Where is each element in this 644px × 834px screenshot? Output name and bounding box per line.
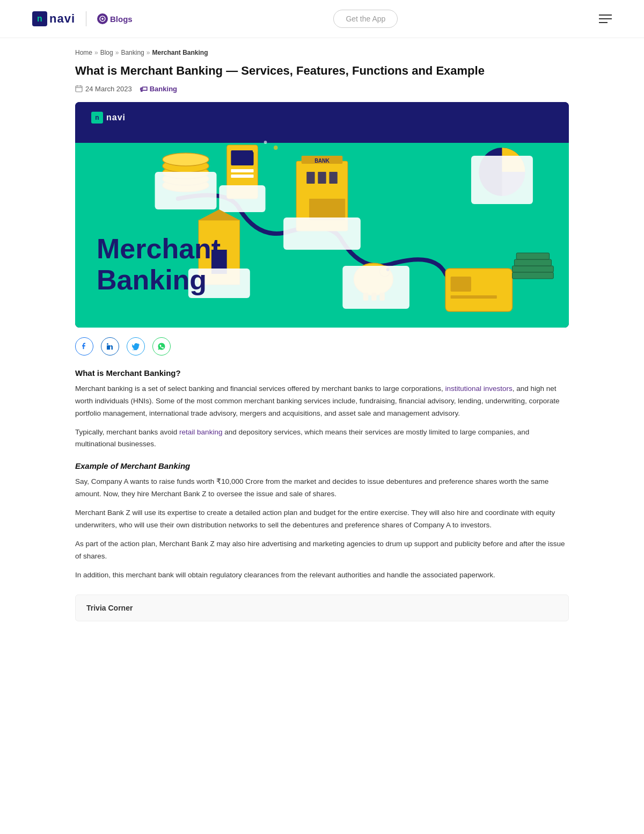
svg-rect-36 [513,266,554,272]
get-app-button[interactable]: Get the App [333,10,398,28]
article-meta: 24 March 2023 🏷 Banking [75,84,569,93]
svg-rect-13 [296,161,348,231]
main-content: Home » Blog » Banking » Merchant Banking… [64,38,580,632]
what-is-section: What is Merchant Banking? Merchant banki… [75,368,569,451]
svg-rect-39 [513,272,554,279]
breadcrumb: Home » Blog » Banking » Merchant Banking [75,49,569,56]
hamburger-line-3 [599,22,608,23]
hero-logo-letter: n [95,114,99,121]
whatsapp-share-button[interactable] [152,337,171,356]
institutional-investors-link[interactable]: institutional investors [445,385,512,393]
tag-icon: 🏷 [140,84,148,93]
logo-navi[interactable]: n navi [32,11,75,26]
header-divider [86,11,86,26]
example-para-2: Merchant Bank Z will use its expertise t… [75,507,569,532]
svg-point-3 [163,172,209,185]
intro-para-1: Merchant banking is a set of select bank… [75,383,569,420]
hero-logo: n navi [91,112,126,124]
hamburger-line-1 [599,14,612,16]
logo-letter: n [37,14,42,24]
svg-point-40 [253,148,258,153]
trivia-corner: Trivia Corner [75,594,569,621]
example-heading: Example of Merchant Banking [75,461,569,470]
hamburger-line-2 [599,18,612,19]
breadcrumb-sep-2: » [115,49,119,56]
page-title: What is Merchant Banking — Services, Fea… [75,63,569,79]
breadcrumb-home[interactable]: Home [75,49,92,56]
example-para-4: In addition, this merchant bank will obt… [75,569,569,582]
svg-rect-28 [379,293,385,301]
logo-icon: n [32,11,47,26]
hamburger-menu[interactable] [599,14,612,23]
svg-rect-38 [516,253,549,259]
logo-text: navi [49,12,75,26]
svg-rect-30 [445,269,513,311]
svg-rect-37 [514,259,551,266]
blogs-icon [97,13,108,24]
svg-rect-16 [306,172,314,184]
svg-point-25 [386,268,390,271]
trivia-label: Trivia Corner [86,604,133,612]
intro-para-2: Typically, merchant banks avoid retail b… [75,426,569,451]
hero-title-text: Merchant Banking [97,234,221,295]
svg-point-24 [379,266,390,277]
article-tag[interactable]: 🏷 Banking [140,84,177,93]
breadcrumb-sep-3: » [147,49,150,56]
hero-logo-text: navi [106,113,126,122]
svg-rect-10 [231,169,253,172]
twitter-share-button[interactable] [127,337,145,356]
site-header: n navi Blogs Get the App [0,0,644,38]
svg-rect-26 [363,293,369,301]
intro-para-1-before: Merchant banking is a set of select bank… [75,385,445,393]
example-para-3: As part of the action plan, Merchant Ban… [75,538,569,563]
twitter-icon [132,343,140,350]
svg-point-6 [163,153,209,166]
breadcrumb-banking[interactable]: Banking [121,49,144,56]
article-date: 24 March 2023 [75,85,132,93]
svg-rect-29 [342,266,409,309]
article-tag-text: Banking [150,85,177,93]
svg-rect-31 [451,277,471,292]
hero-image: n navi [75,102,569,328]
calendar-icon [75,85,83,92]
example-section: Example of Merchant Banking Say, Company… [75,461,569,582]
svg-rect-18 [329,172,337,184]
svg-rect-17 [318,172,326,184]
svg-point-2 [163,179,209,192]
breadcrumb-blog[interactable]: Blog [100,49,113,56]
blogs-label: Blogs [110,14,133,24]
svg-point-4 [163,166,209,179]
hero-title-line1: Merchant [97,234,221,264]
svg-rect-7 [155,172,217,209]
svg-rect-11 [231,175,253,178]
what-is-heading: What is Merchant Banking? [75,368,569,378]
intro-para-2-before: Typically, merchant banks avoid [75,428,179,436]
retail-banking-link[interactable]: retail banking [179,428,222,436]
svg-point-5 [163,159,209,172]
svg-rect-1 [76,86,82,92]
facebook-share-button[interactable] [75,337,93,356]
svg-rect-8 [227,145,258,199]
svg-rect-12 [219,185,265,212]
svg-rect-14 [302,156,343,164]
blogs-nav-link[interactable]: Blogs [97,13,133,24]
svg-point-21 [479,148,525,196]
social-share [75,337,569,356]
linkedin-icon [106,343,114,350]
whatsapp-icon [158,343,165,350]
svg-rect-27 [371,293,377,301]
svg-text:BANK: BANK [314,157,330,163]
svg-point-44 [107,343,108,345]
svg-rect-20 [283,217,361,250]
hero-logo-icon: n [91,112,103,124]
article-date-text: 24 March 2023 [85,85,132,93]
breadcrumb-sep-1: » [94,49,98,56]
svg-rect-32 [451,295,497,299]
facebook-icon [80,343,88,350]
svg-rect-43 [107,345,108,350]
svg-rect-22 [471,156,533,204]
linkedin-share-button[interactable] [101,337,119,356]
svg-point-42 [274,146,278,150]
hero-background: n navi [75,102,569,328]
breadcrumb-current: Merchant Banking [152,49,208,56]
